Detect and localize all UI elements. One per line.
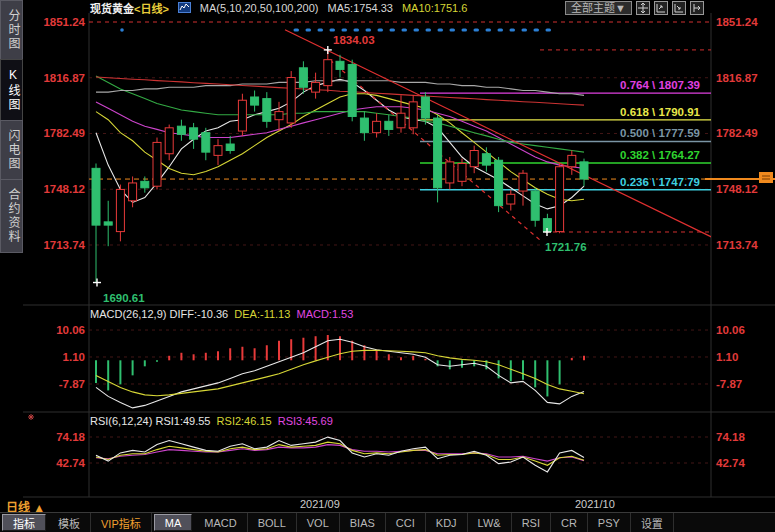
- rsi-line-RSI1: [96, 437, 584, 472]
- candle-body: [360, 118, 368, 133]
- chart-header: 现货黄金<日线> MA(5,10,20,50,100,200) MA5:1754…: [90, 1, 467, 15]
- ma5-value: MA5:1754.33: [328, 2, 393, 14]
- rsi-name: RSI(6,12,24): [90, 415, 152, 427]
- toolbar-item-CR[interactable]: CR: [551, 513, 588, 532]
- toolbar-item-PSY[interactable]: PSY: [588, 513, 631, 532]
- candle-body: [446, 162, 454, 183]
- axis-label-right: 1713.74: [716, 239, 758, 251]
- candle-body: [495, 160, 503, 205]
- candle-body: [165, 128, 173, 154]
- chart-toolbar-top: 全部主题▼: [565, 1, 704, 15]
- axis-label-right: 1851.24: [716, 16, 758, 28]
- toolbar-item-MACD[interactable]: MACD: [194, 513, 247, 532]
- macd-dea-value: DEA:-11.13: [234, 308, 290, 320]
- toolbar-item-指标[interactable]: 指标: [2, 514, 46, 531]
- macd-panel-header: MACD(26,12,9) DIFF:-10.36 DEA:-11.13 MAC…: [90, 308, 353, 320]
- sidebar-item-3[interactable]: 合约资料: [0, 179, 23, 253]
- axis-label-left: 42.74: [56, 457, 85, 469]
- macd-panel: [96, 335, 584, 408]
- theme-dropdown-button[interactable]: 全部主题▼: [565, 1, 632, 15]
- axis-label-left: 1748.12: [43, 183, 85, 195]
- toolbar-item-MA[interactable]: MA: [154, 514, 193, 531]
- x-axis-label-1: 2021/10: [575, 498, 615, 510]
- axis-label-right: 1748.12: [716, 183, 758, 195]
- toolbar-item-VIP指标[interactable]: VIP指标: [91, 513, 152, 532]
- axis-zoom-out-icon[interactable]: [672, 1, 686, 15]
- candle-body: [373, 121, 381, 132]
- rsi-panel: [96, 437, 584, 472]
- toolbar-item-KDJ[interactable]: KDJ: [426, 513, 468, 532]
- axis-label-right: 10.06: [716, 324, 745, 336]
- candle-body: [409, 102, 417, 128]
- main-panel: [89, 22, 712, 283]
- rsi-panel-header: RSI(6,12,24) RSI1:49.55 RSI2:46.15 RSI3:…: [90, 415, 333, 427]
- ma10-value: MA10:1751.6: [402, 2, 467, 14]
- candle-body: [421, 97, 429, 118]
- toolbar-item-BOLL[interactable]: BOLL: [248, 513, 297, 532]
- axis-label-right: 1816.87: [716, 72, 758, 84]
- macd-name: MACD(26,12,9): [90, 308, 166, 320]
- axis-label-left: 74.18: [56, 431, 85, 443]
- candle-body: [202, 133, 210, 152]
- trading-app-window: 1834.031721.761690.610.764 \ 1807.390.61…: [0, 0, 775, 532]
- axis-label-left: 1816.87: [43, 72, 85, 84]
- macd-macd-value: MACD:1.53: [296, 308, 353, 320]
- candle-body: [299, 68, 307, 87]
- sidebar-item-0[interactable]: 分时图: [0, 0, 23, 59]
- candle-body: [116, 189, 124, 231]
- toolbar-item-VOL[interactable]: VOL: [297, 513, 340, 532]
- candle-body: [458, 163, 466, 181]
- price-tag: [759, 172, 773, 183]
- candle-body: [226, 144, 234, 150]
- rsi3-value: RSI3:45.69: [278, 415, 333, 427]
- fib-label: 0.236 \ 1747.79: [620, 176, 700, 188]
- toolbar-item-RSI[interactable]: RSI: [512, 513, 551, 532]
- toolbar-item-设置[interactable]: 设置: [631, 513, 674, 532]
- candle-body: [470, 151, 478, 167]
- candle-body: [434, 118, 442, 188]
- candle-body: [275, 112, 283, 120]
- symbol-name: 现货黄金: [90, 3, 134, 15]
- sidebar-item-2[interactable]: 闪电图: [0, 120, 23, 179]
- axis-label-left: -7.87: [59, 378, 85, 390]
- axis-label-left: 10.06: [56, 324, 85, 336]
- toolbar-item-CCI[interactable]: CCI: [386, 513, 426, 532]
- toolbar-item-LW&[interactable]: LW&: [468, 513, 512, 532]
- ma-params-label: MA(5,10,20,50,100,200): [200, 2, 319, 14]
- fib-label: 0.764 \ 1807.39: [620, 79, 700, 91]
- candle-body: [104, 222, 112, 225]
- rsi2-value: RSI2:46.15: [217, 415, 272, 427]
- candle-body: [190, 128, 198, 139]
- candle-body: [507, 194, 515, 204]
- fib-label: 0.618 \ 1790.91: [620, 106, 701, 118]
- x-axis-label-0: 2021/09: [300, 498, 340, 510]
- candle-body: [238, 100, 246, 131]
- candle-body: [141, 181, 149, 187]
- rsi-line-RSI3: [96, 445, 584, 462]
- fib-label: 0.500 \ 1777.59: [620, 127, 700, 139]
- toolbar-item-模板[interactable]: 模板: [48, 513, 91, 532]
- move-crosshair-icon[interactable]: [636, 1, 650, 15]
- chart-canvas[interactable]: 1834.031721.761690.610.764 \ 1807.390.61…: [0, 0, 775, 532]
- candle-body: [556, 167, 564, 232]
- sidebar-item-1[interactable]: K线图: [0, 59, 23, 120]
- price-annotation: 1834.03: [333, 34, 375, 46]
- candle-body: [251, 97, 259, 105]
- axis-label-right: 1.10: [716, 351, 738, 363]
- axis-label-left: 1782.49: [43, 127, 85, 139]
- left-sidebar: 分时图K线图闪电图合约资料: [0, 0, 23, 512]
- axis-label-left: 1851.24: [43, 16, 85, 28]
- candle-body: [214, 146, 222, 156]
- price-annotation: 1690.61: [103, 292, 145, 304]
- axis-label-right: -7.87: [716, 378, 742, 390]
- axis-zoom-in-icon[interactable]: [654, 1, 668, 15]
- candle-body: [312, 82, 320, 92]
- pane-export-icon[interactable]: [690, 1, 704, 15]
- axis-label-right: 1782.49: [716, 127, 758, 139]
- toolbar-item-BIAS[interactable]: BIAS: [340, 513, 386, 532]
- candle-body: [580, 162, 588, 179]
- axis-label-left: 1.10: [63, 351, 85, 363]
- candle-body: [324, 60, 332, 86]
- blue-kline-icon: [178, 2, 191, 15]
- candle-body: [336, 61, 344, 69]
